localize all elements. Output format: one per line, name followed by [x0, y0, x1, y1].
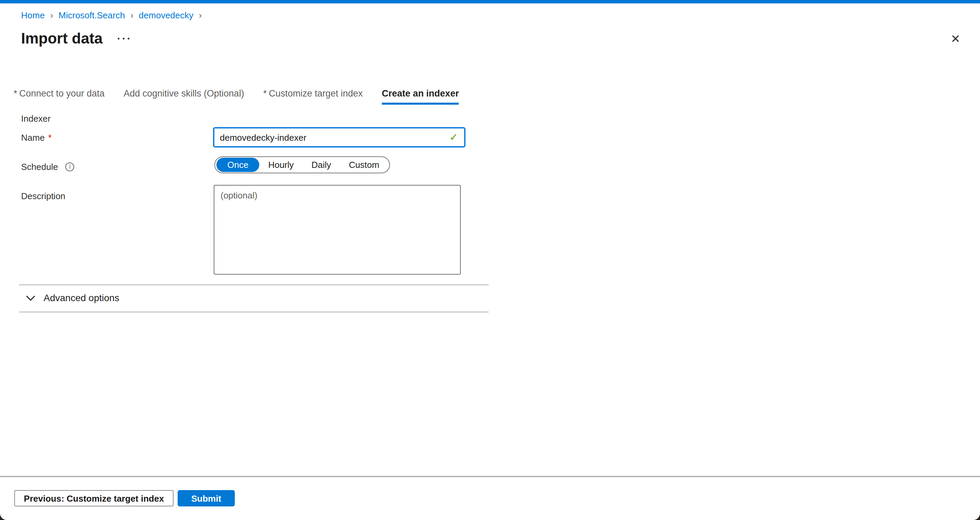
- breadcrumb-microsoft-search-link[interactable]: Microsoft.Search: [59, 10, 125, 21]
- divider: [19, 311, 488, 312]
- close-icon[interactable]: ✕: [947, 31, 964, 48]
- more-options-icon[interactable]: ···: [117, 33, 132, 45]
- name-label-text: Name: [21, 133, 45, 143]
- required-star: *: [14, 88, 18, 98]
- name-label: Name *: [21, 133, 52, 143]
- info-icon[interactable]: i: [65, 162, 74, 171]
- chevron-right-icon: ›: [199, 10, 202, 21]
- breadcrumb-demovedecky-link[interactable]: demovedecky: [139, 10, 193, 21]
- footer-divider: [0, 476, 980, 477]
- tab-label: Add cognitive skills (Optional): [124, 88, 244, 98]
- chevron-down-icon: [26, 295, 35, 301]
- description-label: Description: [21, 191, 65, 201]
- breadcrumb-home-link[interactable]: Home: [21, 10, 45, 21]
- schedule-pill-group: Once Hourly Daily Custom: [215, 156, 390, 173]
- indexer-name-input[interactable]: [215, 128, 450, 146]
- schedule-option-once[interactable]: Once: [216, 158, 259, 172]
- tab-add-cognitive-skills[interactable]: Add cognitive skills (Optional): [124, 88, 244, 105]
- schedule-option-hourly[interactable]: Hourly: [259, 158, 302, 172]
- tab-customize-target-index[interactable]: *Customize target index: [263, 88, 363, 105]
- indexer-section-heading: Indexer: [21, 114, 51, 124]
- tab-create-an-indexer[interactable]: Create an indexer: [382, 88, 459, 105]
- schedule-label: Schedule i: [21, 162, 74, 172]
- required-star: *: [263, 88, 267, 98]
- divider: [19, 284, 488, 285]
- description-textarea[interactable]: [214, 185, 461, 274]
- portal-top-bar: [0, 0, 980, 3]
- valid-check-icon: ✓: [450, 131, 464, 143]
- breadcrumb: Home › Microsoft.Search › demovedecky ›: [21, 10, 207, 21]
- chevron-right-icon: ›: [50, 10, 53, 21]
- tab-label: Customize target index: [269, 88, 363, 98]
- page-title: Import data: [21, 30, 103, 48]
- tab-label: Connect to your data: [19, 88, 105, 98]
- advanced-options-toggle[interactable]: Advanced options: [26, 292, 119, 303]
- advanced-options-label: Advanced options: [43, 292, 119, 303]
- indexer-name-field-wrap: ✓: [213, 127, 466, 147]
- wizard-tabs: *Connect to your data Add cognitive skil…: [14, 88, 459, 105]
- description-label-text: Description: [21, 191, 65, 201]
- schedule-label-text: Schedule: [21, 162, 58, 172]
- chevron-right-icon: ›: [130, 10, 134, 21]
- window: Home › Microsoft.Search › demovedecky › …: [0, 0, 980, 520]
- schedule-option-daily[interactable]: Daily: [302, 158, 340, 172]
- tab-label: Create an indexer: [382, 88, 459, 98]
- import-data-page: Home › Microsoft.Search › demovedecky › …: [0, 0, 980, 520]
- schedule-option-custom[interactable]: Custom: [340, 158, 388, 172]
- tab-connect-to-your-data[interactable]: *Connect to your data: [14, 88, 105, 105]
- submit-button[interactable]: Submit: [178, 490, 235, 506]
- previous-step-button[interactable]: Previous: Customize target index: [14, 490, 173, 506]
- required-asterisk: *: [48, 133, 51, 143]
